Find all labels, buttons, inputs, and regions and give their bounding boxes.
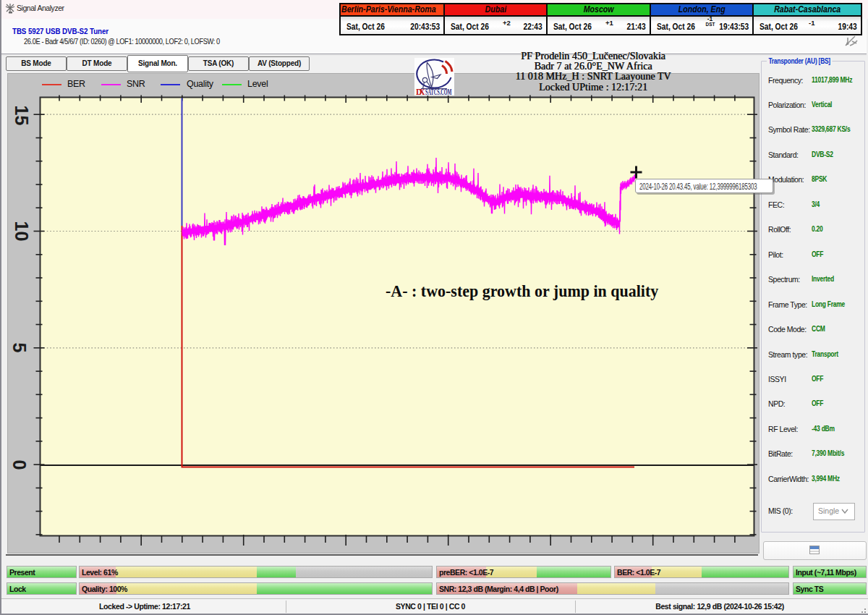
svg-text:DX: DX [416, 88, 425, 96]
svg-text:SATCS.COM: SATCS.COM [425, 88, 452, 96]
